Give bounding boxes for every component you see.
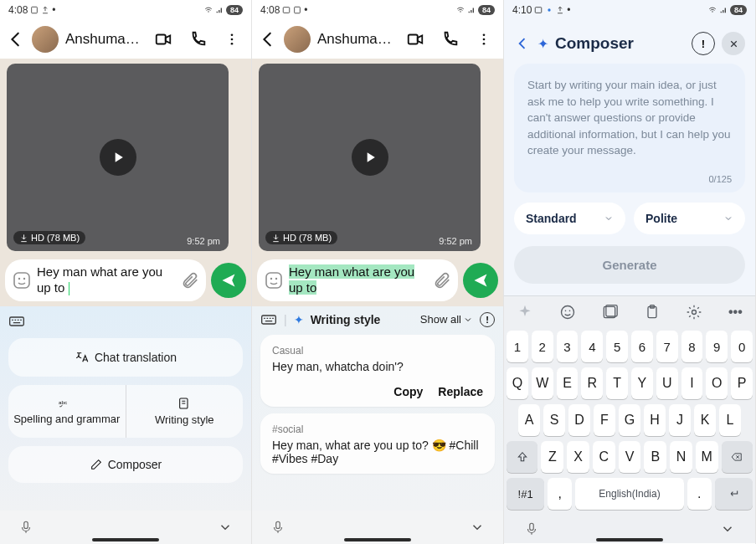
writing-style-button[interactable]: Writing style: [126, 385, 244, 438]
video-call-icon[interactable]: [154, 30, 172, 49]
send-button[interactable]: [211, 263, 246, 298]
gallery-icon[interactable]: [601, 304, 618, 321]
chat-translation-button[interactable]: Chat translation: [8, 338, 243, 377]
key-8[interactable]: 8: [681, 331, 703, 362]
symbols-key[interactable]: !#1: [507, 478, 544, 510]
key-b[interactable]: B: [644, 441, 666, 473]
more-icon[interactable]: [476, 30, 491, 49]
period-key[interactable]: .: [687, 478, 712, 510]
contact-name[interactable]: Anshuman Jain (…: [65, 31, 142, 48]
sticker-icon[interactable]: [264, 270, 284, 290]
suggestion-card[interactable]: #social Hey man, what are you up to? 😎 #…: [260, 413, 495, 474]
key-w[interactable]: W: [532, 367, 553, 399]
key-7[interactable]: 7: [656, 331, 678, 362]
info-icon[interactable]: !: [692, 32, 715, 55]
key-2[interactable]: 2: [532, 331, 553, 362]
video-message[interactable]: HD (78 MB) 9:52 pm: [259, 64, 481, 251]
attachment-icon[interactable]: [433, 271, 451, 290]
key-3[interactable]: 3: [557, 331, 579, 362]
key-q[interactable]: Q: [507, 367, 528, 399]
copy-button[interactable]: Copy: [393, 385, 423, 398]
mic-icon[interactable]: [524, 521, 539, 536]
key-6[interactable]: 6: [631, 331, 653, 362]
clipboard-icon[interactable]: [644, 304, 661, 321]
space-key[interactable]: English(India): [575, 478, 683, 510]
key-v[interactable]: V: [619, 441, 641, 473]
key-5[interactable]: 5: [606, 331, 628, 362]
voice-call-icon[interactable]: [189, 30, 208, 49]
hd-chip[interactable]: HD (78 MB): [13, 231, 85, 244]
key-1[interactable]: 1: [507, 331, 528, 362]
hd-chip[interactable]: HD (78 MB): [265, 231, 337, 244]
chevron-down-icon[interactable]: [218, 520, 233, 535]
sparkle-icon[interactable]: [517, 304, 533, 321]
key-a[interactable]: A: [518, 404, 540, 436]
keyboard-icon[interactable]: [8, 313, 25, 330]
backspace-key[interactable]: [722, 441, 753, 473]
message-input[interactable]: Hey man what are you up to: [5, 259, 206, 301]
key-t[interactable]: T: [606, 367, 628, 399]
key-m[interactable]: M: [696, 441, 718, 473]
key-h[interactable]: H: [644, 404, 666, 436]
composer-input[interactable]: Start by writing your main idea, or just…: [514, 64, 745, 192]
mic-icon[interactable]: [18, 520, 33, 535]
key-g[interactable]: G: [619, 404, 640, 436]
attachment-icon[interactable]: [181, 271, 199, 290]
video-message[interactable]: HD (78 MB) 9:52 pm: [7, 64, 229, 251]
key-d[interactable]: D: [568, 404, 590, 436]
key-s[interactable]: S: [543, 404, 565, 436]
key-k[interactable]: K: [694, 404, 716, 436]
key-r[interactable]: R: [581, 367, 603, 399]
close-icon[interactable]: [722, 32, 745, 55]
shift-key[interactable]: [507, 441, 537, 473]
tone-chip-polite[interactable]: Polite: [634, 203, 745, 234]
message-text[interactable]: Hey man what are you up to: [284, 263, 433, 298]
info-icon[interactable]: !: [480, 312, 495, 327]
more-icon[interactable]: [224, 30, 239, 49]
key-c[interactable]: C: [593, 441, 615, 473]
message-text[interactable]: Hey man what are you up to: [32, 263, 181, 298]
key-p[interactable]: P: [731, 367, 753, 399]
key-y[interactable]: Y: [631, 367, 653, 399]
video-call-icon[interactable]: [406, 30, 424, 49]
message-input[interactable]: Hey man what are you up to: [257, 259, 458, 301]
chat-area[interactable]: HD (78 MB) 9:52 pm: [0, 59, 251, 256]
key-f[interactable]: F: [594, 404, 615, 436]
send-button[interactable]: [463, 263, 498, 298]
emoji-icon[interactable]: [559, 304, 576, 321]
play-icon[interactable]: [100, 139, 136, 176]
back-icon[interactable]: [7, 30, 25, 49]
chevron-down-icon[interactable]: [470, 520, 485, 535]
key-n[interactable]: N: [670, 441, 692, 473]
enter-key[interactable]: [715, 478, 753, 510]
key-l[interactable]: L: [719, 404, 741, 436]
back-icon[interactable]: [259, 30, 277, 49]
gear-icon[interactable]: [686, 304, 702, 321]
play-icon[interactable]: [352, 139, 388, 176]
generate-button[interactable]: Generate: [514, 246, 745, 284]
keyboard-icon[interactable]: [260, 311, 277, 328]
key-o[interactable]: O: [706, 367, 728, 399]
replace-button[interactable]: Replace: [438, 385, 483, 398]
sticker-icon[interactable]: [12, 270, 32, 290]
contact-name[interactable]: Anshuman Jain (…: [317, 31, 394, 48]
key-j[interactable]: J: [669, 404, 691, 436]
key-i[interactable]: I: [681, 367, 703, 399]
voice-call-icon[interactable]: [441, 30, 460, 49]
tone-chip-standard[interactable]: Standard: [514, 203, 625, 234]
key-9[interactable]: 9: [706, 331, 728, 362]
show-all-button[interactable]: Show all: [420, 313, 473, 326]
key-x[interactable]: X: [567, 441, 589, 473]
avatar[interactable]: [32, 26, 59, 53]
key-0[interactable]: 0: [731, 331, 753, 362]
composer-button[interactable]: Composer: [8, 446, 243, 483]
back-icon[interactable]: [514, 35, 531, 52]
suggestion-card[interactable]: Casual Hey man, whatcha doin'? Copy Repl…: [260, 335, 495, 407]
key-z[interactable]: Z: [541, 441, 563, 473]
chevron-down-icon[interactable]: [720, 521, 735, 536]
comma-key[interactable]: ,: [548, 478, 572, 510]
mic-icon[interactable]: [270, 520, 285, 535]
avatar[interactable]: [284, 26, 311, 53]
key-4[interactable]: 4: [581, 331, 603, 362]
key-e[interactable]: E: [557, 367, 579, 399]
